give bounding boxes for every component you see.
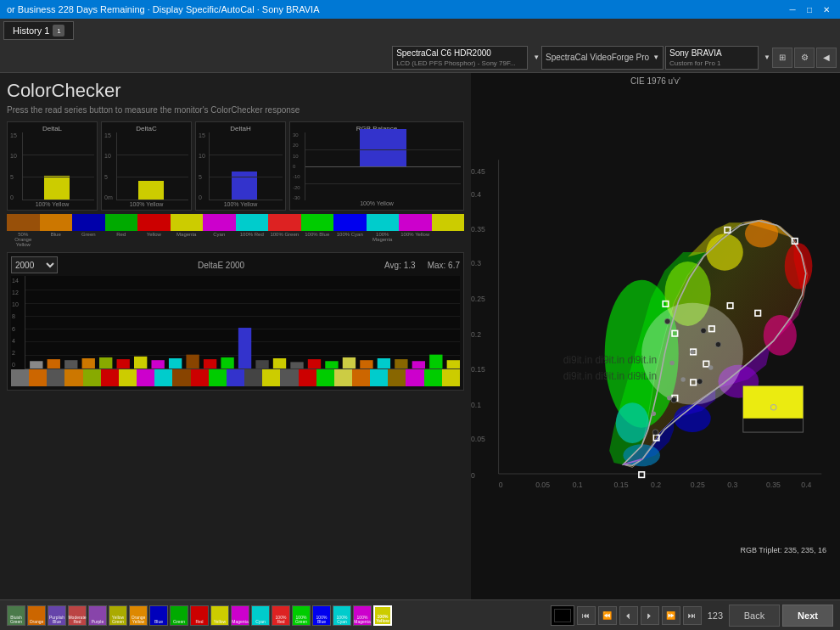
swatch-labels-row: 50%OrangeYellow Blue Green Red Yellow Ma…: [7, 232, 464, 249]
title-bar-text: or Business 228 Days Remaining · Display…: [7, 4, 319, 14]
svg-text:0.15: 0.15: [614, 481, 629, 489]
svg-text:0: 0: [471, 471, 475, 480]
deltac-title: DeltaC: [104, 125, 188, 132]
minimize-button[interactable]: ─: [786, 3, 799, 16]
svg-text:0.05: 0.05: [535, 481, 550, 489]
svg-text:0: 0: [499, 481, 503, 489]
deltae-avg: Avg: 1.3: [384, 261, 416, 270]
close-button[interactable]: ✕: [820, 3, 833, 16]
device3-name: Sony BRAVIA: [669, 48, 722, 58]
svg-text:0.1: 0.1: [471, 401, 481, 409]
media-skip-back[interactable]: ⏮: [577, 606, 596, 625]
bottom-swatch-green[interactable]: Green: [170, 605, 188, 626]
tab-label: History 1: [13, 25, 49, 36]
deltae-title: DeltaE 2000: [63, 261, 379, 270]
bottom-swatch-orange[interactable]: Orange: [27, 605, 46, 626]
bottom-swatch-100red[interactable]: 100% Red: [272, 605, 290, 626]
swatch-50[interactable]: [7, 214, 40, 231]
black-display: [551, 605, 574, 626]
next-button[interactable]: Next: [782, 605, 833, 627]
bottom-swatch-100yellow-active[interactable]: 100% Yellow: [373, 605, 392, 626]
deltah-title: DeltaH: [199, 125, 283, 132]
bottom-swatch-100blue[interactable]: 100% Blue: [312, 605, 331, 626]
media-skip-fwd[interactable]: ⏭: [683, 606, 702, 625]
deltae-select[interactable]: 2000: [11, 256, 58, 273]
svg-point-87: [697, 379, 703, 385]
main-content: ColorChecker Press the read series butto…: [0, 73, 840, 599]
svg-text:di9it.in  di9it.in  di9it.in: di9it.in di9it.in di9it.in: [563, 354, 657, 366]
bottom-swatch-red[interactable]: Red: [190, 605, 209, 626]
tab-history-1[interactable]: History 1 1: [3, 21, 74, 40]
bottom-swatch-100cyan[interactable]: 100% Cyan: [333, 605, 351, 626]
deltae-chart: 14 12 10 8 6 4 2 0: [11, 276, 460, 369]
deltal-title: DeltaL: [10, 125, 94, 132]
swatch-magenta[interactable]: [203, 214, 236, 231]
svg-point-89: [652, 430, 658, 436]
settings-btn-2[interactable]: ⚙: [794, 48, 815, 68]
device2-dropdown[interactable]: SpectraCal VideoForge Pro ▼: [541, 46, 664, 70]
svg-rect-4: [99, 357, 112, 368]
settings-btn-1[interactable]: ⊞: [772, 48, 792, 68]
maximize-button[interactable]: □: [803, 3, 816, 16]
bottom-swatch-moderate-red[interactable]: Moderate Red: [68, 605, 87, 626]
title-bar: or Business 228 Days Remaining · Display…: [0, 0, 840, 19]
device3-dropdown[interactable]: Sony BRAVIA Custom for Pro 1: [665, 46, 759, 70]
svg-point-85: [701, 328, 707, 334]
bottom-swatch-100magenta[interactable]: 100% Magenta: [353, 605, 372, 626]
bottom-swatch-yellow[interactable]: Yellow: [210, 605, 229, 626]
right-panel: CIE 1976 u'v' 0 0.05 0.1 0.15 0.2 0.25 0…: [471, 73, 840, 599]
svg-rect-19: [360, 360, 372, 368]
media-play[interactable]: ⏵: [641, 606, 659, 625]
rgb-balance-chart: RGB Balance 30 20 10 0 -10 -20 -30: [289, 121, 464, 211]
deltac-label: 100% Yellow: [104, 201, 188, 207]
swatch-100magenta[interactable]: [399, 214, 432, 231]
svg-text:0.3: 0.3: [727, 481, 737, 489]
media-next[interactable]: ⏩: [662, 606, 680, 625]
bottom-swatch-orange-yellow[interactable]: Orange Yellow: [129, 605, 148, 626]
page-title: ColorChecker: [7, 80, 464, 102]
swatch-100red[interactable]: [268, 214, 301, 231]
svg-rect-14: [273, 358, 286, 368]
svg-rect-8: [169, 358, 182, 368]
swatch-100cyan[interactable]: [367, 214, 400, 231]
swatch-yellow[interactable]: [171, 214, 204, 231]
media-prev[interactable]: ⏪: [598, 606, 617, 625]
deltah-label: 100% Yellow: [199, 201, 283, 207]
swatch-100yellow[interactable]: [432, 214, 465, 231]
back-button[interactable]: Back: [729, 605, 780, 627]
svg-rect-83: [639, 472, 645, 478]
svg-text:di9it.in  di9it.in  di9it.in: di9it.in di9it.in di9it.in: [563, 370, 657, 382]
bottom-swatch-purplish-blue[interactable]: Purplish Blue: [48, 605, 66, 626]
svg-text:0.45: 0.45: [471, 167, 485, 176]
swatch-blue[interactable]: [72, 214, 105, 231]
bottom-swatch-bluish-green[interactable]: Bluish Green: [7, 605, 25, 626]
bottom-swatch-purple[interactable]: Purple: [88, 605, 107, 626]
device1-dropdown[interactable]: SpectraCal C6 HDR2000 LCD (LED PFS Phosp…: [392, 46, 528, 70]
deltac-bar: [138, 181, 163, 200]
svg-text:0.4: 0.4: [801, 481, 811, 489]
deltal-bar: [44, 176, 69, 200]
swatch-orange-yellow[interactable]: [40, 214, 73, 231]
deltae-header: 2000 DeltaE 2000 Avg: 1.3 Max: 6.7: [11, 256, 460, 273]
bottom-swatch-blue[interactable]: Blue: [149, 605, 168, 626]
bottom-swatch-yellow-green[interactable]: Yellow Green: [109, 605, 127, 626]
bottom-swatch-cyan[interactable]: Cyan: [251, 605, 270, 626]
svg-text:0.2: 0.2: [471, 330, 481, 339]
svg-rect-7: [151, 360, 164, 368]
media-play-back[interactable]: ⏴: [619, 606, 638, 625]
svg-text:0.3: 0.3: [471, 259, 481, 267]
swatch-cyan[interactable]: [236, 214, 269, 231]
device3-sub: Custom for Pro 1: [669, 59, 720, 67]
bottom-swatch-magenta[interactable]: Magenta: [231, 605, 249, 626]
settings-btn-3[interactable]: ◀: [816, 48, 837, 68]
bottom-swatch-100green[interactable]: 100% Green: [292, 605, 311, 626]
svg-rect-11: [221, 357, 233, 368]
swatch-green[interactable]: [105, 214, 138, 231]
svg-rect-16: [308, 359, 321, 368]
svg-rect-23: [429, 355, 442, 368]
swatch-100blue[interactable]: [333, 214, 367, 231]
deltae-section: 2000 DeltaE 2000 Avg: 1.3 Max: 6.7 14 12: [7, 252, 464, 391]
page-subtitle: Press the read series button to measure …: [7, 105, 464, 115]
swatch-red[interactable]: [137, 214, 171, 231]
swatch-100green[interactable]: [301, 214, 334, 231]
